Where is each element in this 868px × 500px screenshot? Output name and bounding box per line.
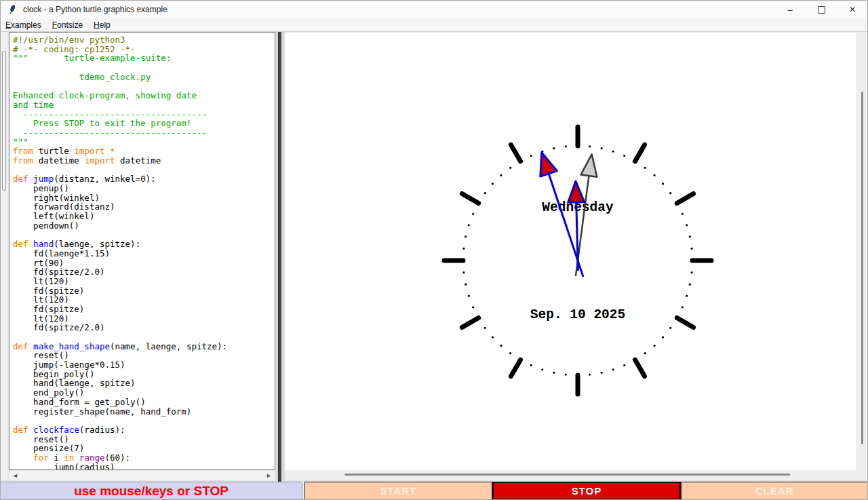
clock-minute-dot (686, 295, 688, 297)
main-pane: #!/usr/bin/env python3# -*- coding: cp12… (0, 32, 868, 482)
turtle-canvas[interactable]: WednesdaySep. 10 2025 (285, 32, 856, 470)
code-line: fd(spitze/2.0) (13, 267, 275, 277)
code-line (13, 63, 275, 73)
code-vertical-scrollbar[interactable] (0, 32, 9, 480)
code-line: fd(spitze) (13, 305, 275, 314)
code-line: pendown() (13, 221, 275, 231)
source-code-view[interactable]: #!/usr/bin/env python3# -*- coding: cp12… (9, 32, 275, 470)
clock-minute-dot (644, 352, 646, 354)
clock-minute-dot (662, 336, 664, 338)
clock-minute-dot (662, 182, 664, 185)
clock-hour-tick (677, 318, 693, 328)
canvas-horizontal-scrollbar[interactable] (285, 470, 856, 480)
clock-minute-dot (500, 345, 502, 347)
code-line: fd(laenge*1.15) (13, 249, 275, 258)
clock-hour-tick (462, 318, 478, 328)
code-line: jump(radius) (13, 463, 275, 470)
minimize-icon: – (787, 5, 792, 15)
clock-minute-dot (484, 327, 486, 329)
menu-examples[interactable]: Examples (0, 19, 47, 31)
code-line: #!/usr/bin/env python3 (13, 35, 275, 45)
clock-minute-dot (484, 192, 486, 194)
code-line: hand_form = get_poly() (13, 398, 275, 407)
scroll-right-arrow-icon[interactable]: ► (266, 472, 272, 479)
code-line: for i in range(60): (13, 453, 275, 463)
code-line: reset() (13, 351, 275, 360)
code-line: Press STOP to exit the program! (13, 119, 275, 128)
clock-minute-dot (689, 284, 691, 286)
bottombar: use mouse/keys or STOP START STOP CLEAR (0, 482, 868, 500)
minimize-button[interactable]: – (774, 0, 806, 19)
clock-minute-dot (589, 373, 591, 375)
window-controls: – ✕ (774, 0, 868, 19)
clock-minute-dot (492, 336, 494, 338)
clock-minute-dot (690, 271, 692, 273)
clock-hour-tick (635, 360, 645, 376)
code-line: lt(120) (13, 295, 275, 305)
code-line: ------------------------------------ (13, 110, 275, 119)
clock-hour-tick (511, 360, 521, 376)
clock-minute-dot (553, 372, 555, 374)
code-line (13, 332, 275, 342)
code-line (13, 81, 275, 91)
code-line: fd(spitze) (13, 286, 275, 296)
maximize-icon (818, 6, 825, 14)
code-line: reset() (13, 435, 275, 444)
clock-minute-dot (682, 306, 684, 308)
clock-date-text: Sep. 10 2025 (530, 307, 625, 322)
code-vertical-scrollbar-thumb[interactable] (2, 51, 6, 191)
clock-minute-dot (623, 155, 625, 157)
code-line: def clockface(radius): (13, 425, 275, 435)
clock-minute-dot (612, 151, 614, 153)
pane-sash[interactable] (275, 32, 285, 482)
menubar: Examples Fontsize Help (0, 19, 868, 32)
canvas-vertical-scrollbar[interactable] (856, 32, 868, 480)
code-line: hand(laenge, spitze) (13, 379, 275, 388)
clock-minute-dot (465, 284, 467, 286)
code-line: fd(spitze/2.0) (13, 323, 275, 332)
clock-minute-dot (530, 155, 532, 157)
clock-minute-dot (465, 235, 467, 237)
menu-fontsize[interactable]: Fontsize (47, 19, 88, 31)
clock-minute-dot (472, 213, 474, 215)
clock-minute-dot (565, 145, 567, 147)
code-line: right(winkel) (13, 193, 275, 203)
clear-button[interactable]: CLEAR (681, 482, 868, 500)
clock-minute-dot (462, 248, 465, 250)
clock-minute-dot (565, 373, 567, 375)
clock-minute-dot (553, 147, 555, 149)
code-line: from turtle import * (13, 147, 275, 156)
clock-minute-dot (509, 167, 511, 169)
titlebar: clock - a Python turtle graphics example… (0, 0, 868, 19)
turtledemo-feather-icon (7, 4, 18, 15)
code-line: end_poly() (13, 388, 275, 398)
clock-hour-tick (511, 145, 521, 161)
menu-help[interactable]: Help (88, 19, 116, 31)
clock-minute-dot (468, 295, 470, 297)
stop-button[interactable]: STOP (492, 482, 681, 500)
code-horizontal-scrollbar[interactable]: ◄ ► (9, 470, 275, 480)
code-line: begin_poly() (13, 370, 275, 379)
start-button[interactable]: START (304, 482, 492, 500)
clock-hour-tick (462, 194, 478, 204)
clock-minute-dot (653, 174, 655, 176)
clock-minute-dot (500, 174, 502, 176)
code-line (13, 166, 275, 175)
clock-minute-dot (468, 224, 470, 226)
code-line (13, 416, 275, 425)
status-message: use mouse/keys or STOP (0, 482, 302, 500)
clock-minute-dot (541, 368, 543, 370)
clock-minute-dot (492, 182, 494, 185)
code-line: jump(-laenge*0.15) (13, 360, 275, 370)
canvas-vertical-scrollbar-thumb[interactable] (861, 92, 863, 444)
clock-minute-dot (462, 271, 465, 273)
code-line: ------------------------------------ (13, 128, 275, 138)
canvas-horizontal-scrollbar-thumb[interactable] (344, 474, 790, 476)
maximize-button[interactable] (806, 0, 837, 19)
code-line: lt(120) (13, 314, 275, 324)
code-line: register_shape(name, hand_form) (13, 407, 275, 417)
close-button[interactable]: ✕ (837, 0, 868, 19)
clock-hour-tick (677, 194, 693, 204)
clock-minute-dot (682, 213, 684, 215)
scroll-left-arrow-icon[interactable]: ◄ (12, 472, 18, 479)
